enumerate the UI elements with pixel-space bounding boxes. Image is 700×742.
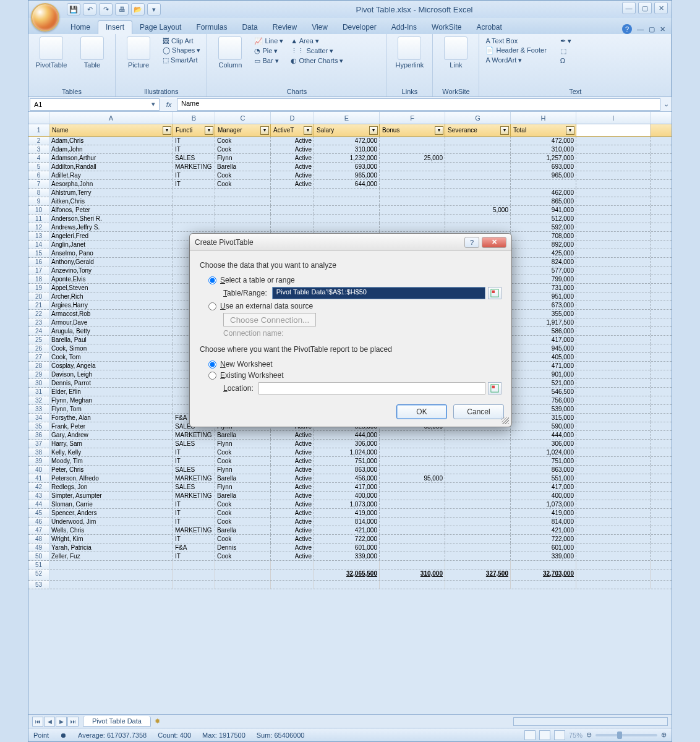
maximize-button[interactable]: ▢ xyxy=(638,2,652,14)
row-number[interactable]: 42 xyxy=(28,483,49,491)
row-number[interactable]: 5 xyxy=(28,163,49,171)
tab-view[interactable]: View xyxy=(304,21,335,34)
row-number[interactable]: 39 xyxy=(28,457,49,465)
location-input[interactable] xyxy=(258,382,485,394)
row-number[interactable]: 45 xyxy=(28,509,49,517)
scatter-chart-button[interactable]: ⋮⋮ Scatter ▾ xyxy=(288,46,346,56)
tab-review[interactable]: Review xyxy=(265,21,304,34)
qat-more[interactable]: ▾ xyxy=(147,3,161,15)
row-number[interactable]: 8 xyxy=(28,189,49,197)
dialog-help-button[interactable]: ? xyxy=(464,237,479,248)
hyperlink-button[interactable]: Hyperlink xyxy=(390,36,429,69)
row-number[interactable]: 48 xyxy=(28,535,49,543)
row-number[interactable]: 27 xyxy=(28,353,49,361)
zoom-slider[interactable] xyxy=(595,734,657,736)
table-row[interactable]: 10Alfonos, Peter5,000941,000 xyxy=(28,206,672,215)
table-row[interactable]: 45Spencer, AndersITCookActive419,000419,… xyxy=(28,509,672,518)
ribbon-minimize-icon[interactable]: — xyxy=(637,25,644,33)
row-number[interactable]: 14 xyxy=(28,241,49,249)
row-number[interactable]: 47 xyxy=(28,526,49,534)
row-number[interactable]: 50 xyxy=(28,552,49,560)
column-chart-button[interactable]: Column xyxy=(211,36,249,69)
location-picker-button[interactable] xyxy=(488,382,502,394)
dialog-close-button[interactable]: ✕ xyxy=(482,237,506,248)
table-row[interactable]: 53 xyxy=(28,581,672,589)
row-number[interactable]: 33 xyxy=(28,405,49,413)
wordart-button[interactable]: A WordArt ▾ xyxy=(483,56,548,65)
row-number[interactable]: 22 xyxy=(28,310,49,318)
fx-icon[interactable]: fx xyxy=(161,101,177,108)
row-number[interactable]: 46 xyxy=(28,518,49,526)
table-row[interactable]: 41Peterson, AlfredoMARKETINGBarellaActiv… xyxy=(28,474,672,483)
row-number[interactable]: 43 xyxy=(28,492,49,500)
radio-external-source[interactable]: Use an external data source xyxy=(208,302,502,310)
smartart-button[interactable]: ⬚ SmartArt xyxy=(160,56,203,65)
row-number[interactable]: 40 xyxy=(28,466,49,474)
row-number[interactable]: 18 xyxy=(28,275,49,283)
pivottable-button[interactable]: PivotTable xyxy=(32,36,70,69)
row-number[interactable]: 24 xyxy=(28,327,49,335)
pie-chart-button[interactable]: ◔ Pie ▾ xyxy=(252,46,286,56)
sheet-prev[interactable]: ◀ xyxy=(44,717,55,727)
row-number[interactable]: 31 xyxy=(28,388,49,396)
table-row[interactable]: 4Adamson,ArthurSALESFlynnActive1,232,000… xyxy=(28,154,672,163)
row-number[interactable]: 30 xyxy=(28,379,49,387)
col-H[interactable]: H xyxy=(511,112,576,124)
row-number[interactable]: 17 xyxy=(28,267,49,275)
radio-new-worksheet[interactable]: New Worksheet xyxy=(208,360,502,369)
filter-manager[interactable]: ▾ xyxy=(260,126,269,135)
table-row[interactable]: 40Peter, ChrisSALESFlynnActive863,000863… xyxy=(28,466,672,474)
sheet-first[interactable]: ⏮ xyxy=(32,717,43,727)
table-row[interactable]: 9Aitken,Chris865,000 xyxy=(28,197,672,206)
table-row[interactable]: 37Harry, SamSALESFlynnActive306,000306,0… xyxy=(28,440,672,448)
object-button[interactable]: ⬚ xyxy=(558,46,574,56)
col-D[interactable]: D xyxy=(271,112,314,124)
signature-button[interactable]: ✒ ▾ xyxy=(558,36,574,46)
tab-add-ins[interactable]: Add-Ins xyxy=(384,21,424,34)
sheet-next[interactable]: ▶ xyxy=(56,717,67,727)
filter-function[interactable]: ▾ xyxy=(205,126,213,135)
expand-formula-icon[interactable]: ⌄ xyxy=(660,100,672,108)
table-range-input[interactable]: Pivot Table Data'!$A$1:$H$50 xyxy=(272,287,485,299)
filter-name[interactable]: ▾ xyxy=(163,126,171,135)
table-row[interactable]: 7Aesorpha,JohnITCookActive644,000 xyxy=(28,180,672,189)
table-button[interactable]: Table xyxy=(73,36,111,69)
name-box[interactable]: A1▾ xyxy=(30,98,160,111)
range-picker-button[interactable] xyxy=(488,287,502,299)
header-footer-button[interactable]: 📄 Header & Footer xyxy=(483,46,548,55)
row-number[interactable]: 4 xyxy=(28,154,49,162)
col-G[interactable]: G xyxy=(445,112,511,124)
row-number[interactable]: 35 xyxy=(28,422,49,430)
filter-severance[interactable]: ▾ xyxy=(500,126,509,135)
row-number[interactable]: 20 xyxy=(28,292,49,301)
sheet-last[interactable]: ⏭ xyxy=(67,717,79,727)
filter-total[interactable]: ▾ xyxy=(566,126,574,135)
qat-redo[interactable]: ↷ xyxy=(99,3,113,15)
row-number[interactable]: 41 xyxy=(28,474,49,482)
area-chart-button[interactable]: ▲ Area ▾ xyxy=(288,36,346,46)
worksite-link-button[interactable]: Link xyxy=(437,36,475,69)
help-icon[interactable]: ? xyxy=(622,24,632,34)
row-number[interactable]: 26 xyxy=(28,344,49,352)
row-number[interactable]: 2 xyxy=(28,137,49,145)
workbook-close-icon[interactable]: ✕ xyxy=(660,25,665,33)
totals-row[interactable]: 5232,065,500310,000327,50032,703,000 xyxy=(28,569,672,581)
row-number[interactable]: 34 xyxy=(28,414,49,422)
picture-button[interactable]: Picture xyxy=(119,36,158,69)
close-button[interactable]: ✕ xyxy=(654,2,668,14)
row-number[interactable]: 19 xyxy=(28,284,49,292)
row-number[interactable]: 49 xyxy=(28,544,49,552)
row-number[interactable]: 3 xyxy=(28,145,49,153)
qat-open[interactable]: 📂 xyxy=(131,3,145,15)
table-row[interactable]: 51 xyxy=(28,561,672,569)
table-row[interactable]: 8Ahlstrum,Terry462,000 xyxy=(28,189,672,197)
table-row[interactable]: 50Zeller, FuzITCookActive339,000339,000 xyxy=(28,552,672,561)
table-row[interactable]: 42Redlegs, JonSALESFlynnActive417,000417… xyxy=(28,483,672,492)
new-sheet-icon[interactable]: ✸ xyxy=(155,717,160,725)
view-layout[interactable] xyxy=(539,730,550,740)
row-number[interactable]: 28 xyxy=(28,362,49,370)
col-F[interactable]: F xyxy=(380,112,445,124)
row-number[interactable]: 16 xyxy=(28,258,49,266)
row-number[interactable]: 37 xyxy=(28,440,49,448)
zoom-in[interactable]: ⊕ xyxy=(661,731,667,739)
